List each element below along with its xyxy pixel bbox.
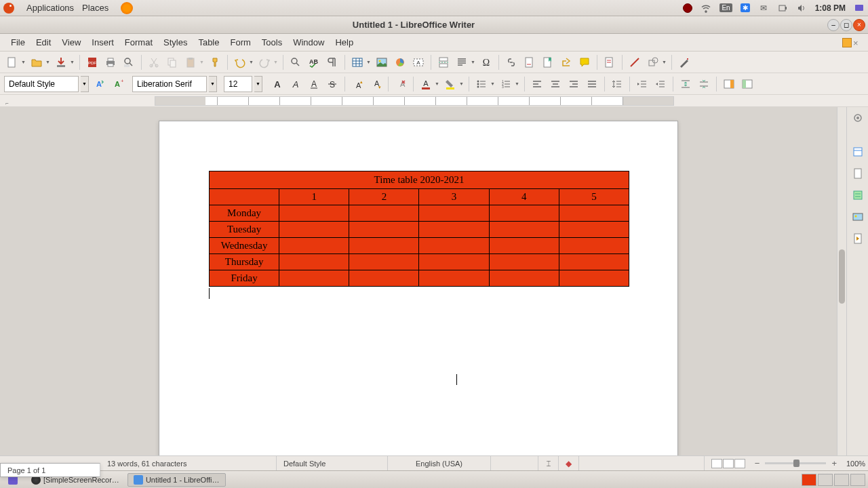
font-color-dropdown[interactable]: ▼ (435, 81, 440, 86)
language-indicator[interactable]: En (719, 3, 732, 12)
formatting-marks-button[interactable] (324, 54, 340, 70)
bullet-dropdown[interactable]: ▼ (490, 81, 496, 86)
menu-file[interactable]: File (5, 35, 31, 49)
menu-form[interactable]: Form (224, 35, 256, 49)
workspace-3[interactable] (834, 474, 849, 486)
timetable[interactable]: Time table 2020-2021 1 2 3 4 5 Monday Tu… (209, 171, 629, 287)
hyperlink-button[interactable] (503, 54, 519, 70)
copy-button[interactable] (164, 54, 180, 70)
superscript-button[interactable]: A▴ (349, 76, 366, 92)
single-page-view[interactable] (711, 459, 722, 468)
bluetooth-icon[interactable]: ✱ (741, 3, 750, 12)
menu-format[interactable]: Format (119, 35, 158, 49)
period-header[interactable]: 3 (419, 189, 489, 205)
font-name-select[interactable]: Liberation Serif (132, 76, 207, 92)
clear-formatting-button[interactable]: A (393, 76, 409, 92)
insert-textbox-button[interactable]: A (410, 54, 427, 70)
period-header[interactable]: 1 (279, 189, 349, 205)
underline-button[interactable]: A (306, 76, 322, 92)
day-cell[interactable]: Monday (210, 205, 279, 222)
new-dropdown[interactable]: ▼ (21, 60, 26, 64)
insert-mode[interactable] (491, 456, 538, 470)
font-size-dropdown[interactable]: ▼ (254, 76, 262, 92)
table-cell[interactable] (559, 205, 629, 222)
workspace-4[interactable] (850, 474, 865, 486)
page-style-indicator[interactable]: Default Style (277, 456, 388, 470)
day-cell[interactable]: Wednesday (210, 238, 279, 254)
clone-formatting-button[interactable] (207, 54, 223, 70)
paragraph-style-dropdown[interactable]: ▼ (81, 76, 89, 92)
table-cell[interactable] (419, 270, 489, 287)
period-header[interactable]: 4 (489, 189, 559, 205)
table-title-cell[interactable]: Time table 2020-2021 (210, 171, 629, 189)
day-cell[interactable]: Friday (210, 270, 279, 287)
mail-icon[interactable]: ✉ (758, 3, 769, 14)
table-cell[interactable] (419, 205, 489, 222)
sidebar-toggle-button[interactable] (721, 76, 737, 92)
font-name-dropdown[interactable]: ▼ (209, 76, 217, 92)
update-style-button[interactable]: A (91, 76, 107, 92)
line-spacing-button[interactable] (609, 76, 625, 92)
table-cell[interactable] (489, 238, 559, 254)
multi-page-view[interactable] (723, 459, 734, 468)
table-cell[interactable] (559, 238, 629, 254)
save-button[interactable] (53, 54, 69, 70)
undo-dropdown[interactable]: ▼ (249, 60, 254, 64)
table-cell[interactable] (489, 222, 559, 238)
find-replace-button[interactable] (288, 54, 304, 70)
new-button[interactable] (4, 54, 20, 70)
decrease-para-spacing-button[interactable] (696, 76, 712, 92)
redo-button[interactable] (256, 54, 273, 70)
table-cell[interactable] (279, 238, 349, 254)
menu-tools[interactable]: Tools (256, 35, 288, 49)
increase-indent-button[interactable] (634, 76, 650, 92)
applications-menu[interactable]: Applications (26, 3, 74, 13)
page-break-button[interactable] (435, 54, 452, 70)
increase-para-spacing-button[interactable] (677, 76, 694, 92)
justify-button[interactable] (584, 76, 600, 92)
session-icon[interactable] (854, 3, 865, 14)
menu-styles[interactable]: Styles (158, 35, 193, 49)
table-cell[interactable] (559, 222, 629, 238)
redo-dropdown[interactable]: ▼ (273, 60, 279, 64)
field-dropdown[interactable]: ▼ (471, 60, 476, 64)
undo-button[interactable] (232, 54, 248, 70)
decrease-indent-button[interactable] (652, 76, 669, 92)
menu-help[interactable]: Help (330, 35, 359, 49)
page[interactable]: Time table 2020-2021 1 2 3 4 5 Monday Tu… (159, 121, 678, 455)
menu-edit[interactable]: Edit (31, 35, 56, 49)
highlight-button[interactable] (442, 76, 458, 92)
scrollbar-thumb[interactable] (839, 249, 845, 304)
close-button[interactable]: × (853, 19, 865, 31)
save-dropdown[interactable]: ▼ (70, 60, 75, 64)
comment-button[interactable] (576, 54, 593, 70)
table-cell[interactable] (349, 270, 419, 287)
zoom-slider[interactable] (765, 462, 826, 464)
special-char-button[interactable]: Ω (478, 54, 494, 70)
table-cell[interactable] (559, 254, 629, 270)
table-cell[interactable] (419, 238, 489, 254)
table-cell[interactable] (279, 205, 349, 222)
navigator-panel-button[interactable] (850, 230, 866, 247)
open-button[interactable] (28, 54, 45, 70)
ubuntu-logo-icon[interactable] (3, 3, 14, 14)
firefox-icon[interactable] (121, 2, 133, 14)
selection-mode[interactable]: ⌶ (538, 456, 559, 470)
highlight-dropdown[interactable]: ▼ (459, 81, 465, 86)
paragraph-style-select[interactable]: Default Style (4, 76, 79, 92)
ruler[interactable]: ⌐ (0, 95, 868, 107)
day-cell[interactable]: Tuesday (210, 222, 279, 238)
spellcheck-button[interactable]: AB (306, 54, 322, 70)
table-cell[interactable] (489, 254, 559, 270)
insert-table-button[interactable] (349, 54, 366, 70)
table-dropdown[interactable]: ▼ (366, 60, 372, 64)
period-header[interactable]: 2 (349, 189, 419, 205)
print-button[interactable] (102, 54, 119, 70)
table-cell[interactable] (349, 205, 419, 222)
shapes-button[interactable] (645, 54, 661, 70)
open-dropdown[interactable]: ▼ (45, 60, 51, 64)
table-cell[interactable] (279, 270, 349, 287)
subscript-button[interactable]: A▾ (368, 76, 384, 92)
align-center-button[interactable] (547, 76, 564, 92)
period-header[interactable]: 5 (559, 189, 629, 205)
